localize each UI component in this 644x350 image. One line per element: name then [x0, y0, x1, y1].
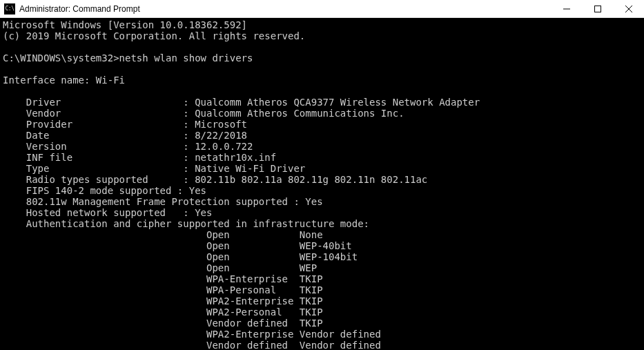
terminal-output[interactable]: Microsoft Windows [Version 10.0.18362.59… [0, 18, 644, 350]
window-titlebar: C:\ Administrator: Command Prompt [0, 0, 644, 18]
minimize-button[interactable] [551, 0, 582, 17]
maximize-button[interactable] [582, 0, 613, 17]
cmd-icon: C:\ [4, 3, 15, 14]
close-button[interactable] [613, 0, 644, 17]
window-controls [551, 0, 644, 17]
svg-rect-1 [594, 6, 601, 12]
window-title: Administrator: Command Prompt [19, 4, 551, 14]
